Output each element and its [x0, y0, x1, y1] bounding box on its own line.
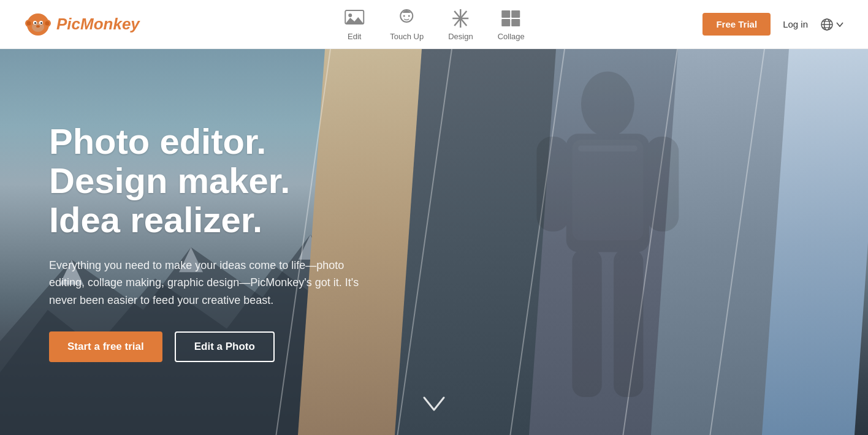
svg-point-2: [27, 21, 31, 25]
nav-label-collage: Collage: [498, 32, 525, 41]
nav-item-collage[interactable]: Collage: [498, 7, 525, 41]
nav-item-edit[interactable]: Edit: [343, 7, 365, 41]
svg-point-9: [40, 22, 42, 24]
hero-content: Photo editor. Design maker. Idea realize…: [0, 49, 868, 435]
svg-point-20: [459, 17, 462, 20]
chevron-down-icon: [836, 22, 843, 27]
globe-icon: [820, 18, 834, 31]
logo-text: PicMonkey: [56, 15, 140, 34]
logo[interactable]: PicMonkey: [25, 11, 140, 38]
edit-photo-button[interactable]: Edit a Photo: [175, 331, 275, 362]
hero-text-block: Photo editor. Design maker. Idea realize…: [0, 122, 368, 362]
header-right: Free Trial Log in: [702, 13, 843, 36]
nav-label-touchup: Touch Up: [390, 32, 424, 41]
free-trial-button[interactable]: Free Trial: [702, 13, 771, 36]
svg-point-15: [408, 15, 410, 17]
scroll-down-button[interactable]: [422, 395, 446, 417]
start-free-trial-button[interactable]: Start a free trial: [49, 331, 162, 362]
svg-point-8: [34, 22, 36, 24]
svg-rect-24: [512, 19, 520, 26]
hero-subtitle: Everything you need to make your ideas c…: [49, 257, 368, 309]
hero-buttons: Start a free trial Edit a Photo: [49, 331, 368, 362]
main-nav: Edit Touch Up: [343, 7, 524, 41]
design-icon: [449, 7, 471, 29]
header: PicMonkey Edit: [0, 0, 868, 49]
svg-point-12: [348, 13, 352, 17]
language-selector[interactable]: [820, 18, 843, 31]
hero-section: Photo editor. Design maker. Idea realize…: [0, 49, 868, 435]
collage-icon: [500, 7, 522, 29]
svg-point-4: [45, 21, 50, 25]
nav-label-design: Design: [448, 32, 473, 41]
svg-point-10: [36, 25, 40, 28]
svg-point-14: [403, 15, 405, 17]
logo-icon: [25, 11, 51, 38]
svg-rect-21: [502, 10, 511, 18]
svg-rect-23: [502, 19, 511, 26]
svg-rect-22: [512, 10, 520, 18]
nav-label-edit: Edit: [348, 32, 361, 41]
nav-item-design[interactable]: Design: [448, 7, 473, 41]
nav-item-touchup[interactable]: Touch Up: [390, 7, 424, 41]
hero-title: Photo editor. Design maker. Idea realize…: [49, 122, 368, 239]
image-icon: [343, 7, 365, 29]
login-link[interactable]: Log in: [783, 19, 808, 29]
face-icon: [396, 7, 418, 29]
chevron-down-icon: [422, 395, 446, 412]
